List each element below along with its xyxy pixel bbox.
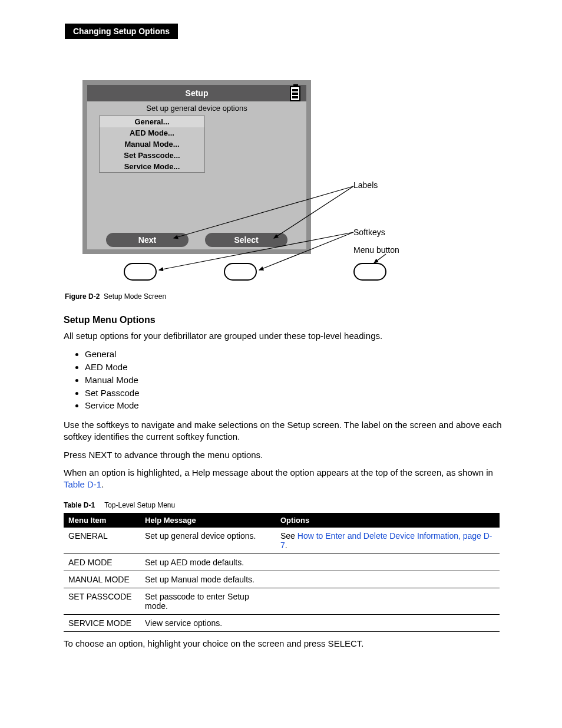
cell-help: Set passcode to enter Setup mode. <box>140 588 276 615</box>
device-titlebar: Setup <box>87 85 306 101</box>
cell-item: MANUAL MODE <box>64 571 140 588</box>
annotation-labels: Labels <box>353 180 378 190</box>
section-header-tag: Changing Setup Options <box>65 24 178 39</box>
cell-options <box>276 588 500 615</box>
col-options: Options <box>276 513 500 528</box>
softkeys-paragraph: Use the softkeys to navigate and make se… <box>64 419 509 443</box>
closing-paragraph: To choose an option, highlight your choi… <box>64 638 509 650</box>
list-item: Manual Mode <box>85 374 527 387</box>
annotation-menu-button: Menu button <box>353 245 399 255</box>
table-caption-text: Top-Level Setup Menu <box>104 501 175 509</box>
battery-icon <box>290 86 300 101</box>
cell-options <box>276 571 500 588</box>
menu-item-general: General... <box>100 116 204 127</box>
softkey-select: Select <box>205 233 287 247</box>
cell-item: GENERAL <box>64 528 140 554</box>
device-info-link[interactable]: How to Enter and Delete Device Informati… <box>280 531 492 550</box>
svg-line-4 <box>374 254 386 263</box>
menu-item-service: Service Mode... <box>100 161 204 172</box>
table-row: GENERAL Set up general device options. S… <box>64 528 500 554</box>
setup-menu: General... AED Mode... Manual Mode... Se… <box>99 116 205 173</box>
menu-item-passcode: Set Passcode... <box>100 150 204 161</box>
list-item: Set Passcode <box>85 387 527 400</box>
cell-options <box>276 554 500 571</box>
figure-caption-text: Setup Mode Screen <box>104 292 166 301</box>
cell-options <box>276 615 500 632</box>
help-prefix: When an option is highlighted, a Help me… <box>64 467 493 477</box>
menu-item-aed: AED Mode... <box>100 127 204 139</box>
cell-options: See How to Enter and Delete Device Infor… <box>276 528 500 554</box>
list-item: General <box>85 348 527 361</box>
cell-help: View service options. <box>140 615 276 632</box>
hardware-menu-button <box>353 263 386 281</box>
cell-item: AED MODE <box>64 554 140 571</box>
opt-suffix: . <box>285 541 287 550</box>
opt-prefix: See <box>280 531 297 541</box>
col-help-message: Help Message <box>140 513 276 528</box>
table-d1-link[interactable]: Table D-1 <box>64 479 101 489</box>
figure-d2: Setup Set up general device options Gene… <box>65 80 527 292</box>
cell-item: SET PASSCODE <box>64 588 140 615</box>
menu-item-manual: Manual Mode... <box>100 139 204 150</box>
table-row: SERVICE MODE View service options. <box>64 615 500 632</box>
table-row: MANUAL MODE Set up Manual mode defaults. <box>64 571 500 588</box>
device-frame: Setup Set up general device options Gene… <box>82 80 311 254</box>
col-menu-item: Menu Item <box>64 513 140 528</box>
hardware-button-right <box>224 263 257 281</box>
figure-id: Figure D-2 <box>65 292 100 301</box>
next-paragraph: Press NEXT to advance through the menu o… <box>64 449 509 461</box>
table-id: Table D-1 <box>64 501 95 509</box>
options-list: General AED Mode Manual Mode Set Passcod… <box>75 348 527 412</box>
cell-help: Set up Manual mode defaults. <box>140 571 276 588</box>
hardware-button-left <box>124 263 157 281</box>
table-row: SET PASSCODE Set passcode to enter Setup… <box>64 588 500 615</box>
table-row: AED MODE Set up AED mode defaults. <box>64 554 500 571</box>
table-caption: Table D-1Top-Level Setup Menu <box>64 501 527 509</box>
softkey-next: Next <box>106 233 189 247</box>
help-paragraph: When an option is highlighted, a Help me… <box>64 467 509 491</box>
section-heading: Setup Menu Options <box>64 315 527 325</box>
help-suffix: . <box>101 479 104 489</box>
cell-item: SERVICE MODE <box>64 615 140 632</box>
figure-caption: Figure D-2 Setup Mode Screen <box>65 292 527 301</box>
annotation-softkeys: Softkeys <box>353 228 385 237</box>
cell-help: Set up general device options. <box>140 528 276 554</box>
list-item: Service Mode <box>85 399 527 412</box>
setup-table: Menu Item Help Message Options GENERAL S… <box>64 513 500 632</box>
cell-help: Set up AED mode defaults. <box>140 554 276 571</box>
device-subtitle: Set up general device options <box>87 104 306 113</box>
intro-paragraph: All setup options for your defibrillator… <box>64 330 509 342</box>
list-item: AED Mode <box>85 361 527 374</box>
